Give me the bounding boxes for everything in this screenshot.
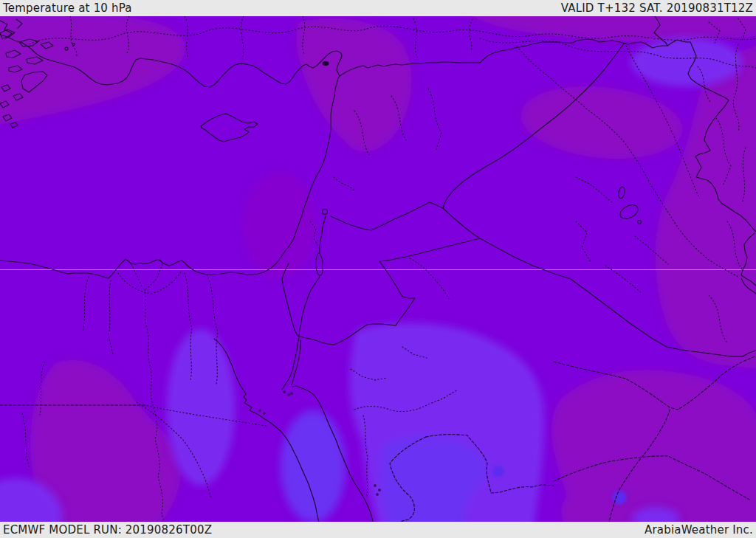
footer-bar: ECMWF MODEL RUN: 20190826T00Z ArabiaWeat… — [0, 522, 756, 538]
model-run-label: ECMWF MODEL RUN: 20190826T00Z — [3, 522, 212, 538]
weather-map-window: Temperature at 10 hPa VALID T+132 SAT. 2… — [0, 0, 756, 538]
page-title: Temperature at 10 hPa — [3, 0, 132, 16]
valid-time-label: VALID T+132 SAT. 20190831T12Z — [561, 0, 753, 16]
map-canvas — [0, 16, 756, 522]
header-bar: Temperature at 10 hPa VALID T+132 SAT. 2… — [0, 0, 756, 16]
weather-map — [0, 16, 756, 522]
credit-label: ArabiaWeather Inc. — [645, 522, 753, 538]
